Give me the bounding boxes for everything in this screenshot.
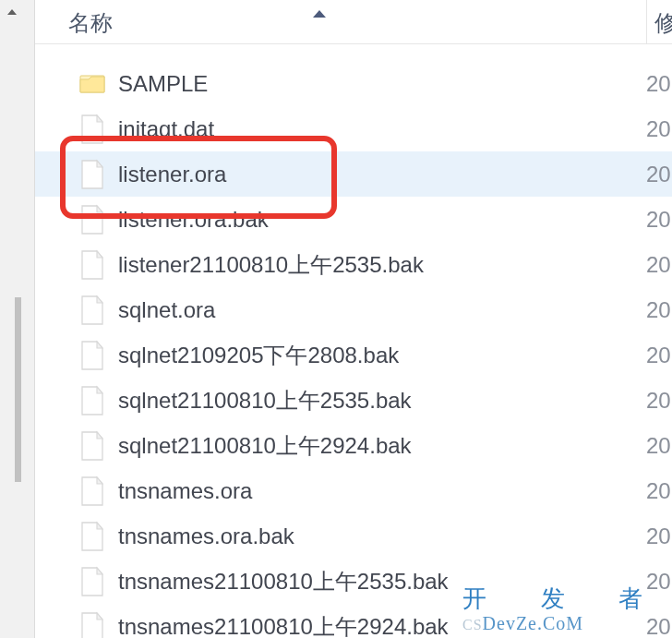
file-date-label: 20 (646, 116, 672, 142)
file-list: SAMPLE20initagt.dat20listener.ora20liste… (35, 44, 672, 638)
file-icon (79, 204, 105, 235)
file-date-label: 20 (646, 343, 672, 368)
file-row[interactable]: sqlnet21100810上午2535.bak20 (35, 378, 672, 423)
scroll-up-arrow-icon[interactable] (4, 4, 20, 20)
scrollbar-thumb[interactable] (15, 297, 21, 482)
file-name-label: listener.ora (118, 162, 646, 187)
file-date-label: 20 (646, 433, 672, 459)
file-row[interactable]: tnsnames21100810上午2924.bak20 (35, 604, 672, 638)
file-row[interactable]: listener.ora.bak20 (35, 197, 672, 242)
file-row[interactable]: tnsnames21100810上午2535.bak20 (35, 559, 672, 604)
file-name-label: sqlnet2109205下午2808.bak (118, 341, 646, 370)
file-icon (79, 340, 105, 371)
file-date-label: 20 (646, 71, 672, 97)
file-date-label: 20 (646, 207, 672, 233)
file-icon (79, 385, 105, 416)
file-row[interactable]: initagt.dat20 (35, 106, 672, 151)
sort-indicator-icon[interactable] (312, 0, 327, 24)
file-row[interactable]: listener21100810上午2535.bak20 (35, 242, 672, 287)
file-name-label: tnsnames21100810上午2535.bak (118, 567, 646, 596)
file-row[interactable]: sqlnet21100810上午2924.bak20 (35, 423, 672, 468)
column-header-name[interactable]: 名称 (68, 0, 646, 43)
column-header-row: 名称 修 (35, 0, 672, 44)
column-header-modified[interactable]: 修 (646, 0, 672, 43)
file-row[interactable]: sqlnet.ora20 (35, 287, 672, 332)
file-row[interactable]: SAMPLE20 (35, 61, 672, 106)
file-name-label: sqlnet21100810上午2535.bak (118, 386, 646, 415)
file-name-label: listener21100810上午2535.bak (118, 250, 646, 280)
file-date-label: 20 (646, 252, 672, 278)
file-date-label: 20 (646, 614, 672, 639)
file-name-label: SAMPLE (118, 71, 646, 97)
file-name-label: initagt.dat (118, 116, 646, 142)
file-icon (79, 611, 105, 639)
main-panel: 名称 修 SAMPLE20initagt.dat20listener.ora20… (35, 0, 672, 638)
file-icon (79, 430, 105, 462)
file-icon (79, 295, 105, 326)
file-row[interactable]: listener.ora20 (35, 151, 672, 197)
file-row[interactable]: tnsnames.ora.bak20 (35, 513, 672, 559)
file-name-label: sqlnet21100810上午2924.bak (118, 431, 646, 461)
file-icon (79, 114, 105, 145)
file-date-label: 20 (646, 478, 672, 504)
file-name-label: tnsnames21100810上午2924.bak (118, 612, 646, 639)
file-row[interactable]: sqlnet2109205下午2808.bak20 (35, 332, 672, 378)
file-name-label: tnsnames.ora (118, 478, 646, 504)
file-name-label: listener.ora.bak (118, 207, 646, 233)
file-icon (79, 159, 105, 190)
file-date-label: 20 (646, 297, 672, 323)
vertical-scrollbar[interactable] (0, 0, 35, 638)
file-icon (79, 249, 105, 281)
file-date-label: 20 (646, 524, 672, 549)
file-explorer: 名称 修 SAMPLE20initagt.dat20listener.ora20… (0, 0, 672, 638)
file-icon (79, 475, 105, 507)
file-row[interactable]: tnsnames.ora20 (35, 468, 672, 513)
file-icon (79, 521, 105, 552)
folder-icon (79, 68, 105, 100)
file-name-label: sqlnet.ora (118, 297, 646, 323)
file-date-label: 20 (646, 388, 672, 414)
file-icon (79, 566, 105, 597)
file-date-label: 20 (646, 162, 672, 187)
file-date-label: 20 (646, 569, 672, 595)
file-name-label: tnsnames.ora.bak (118, 524, 646, 549)
